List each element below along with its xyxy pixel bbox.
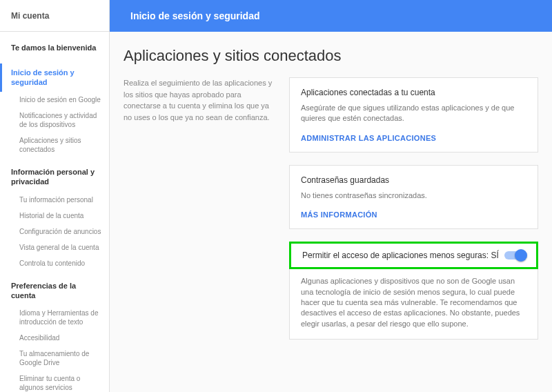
sidebar-sub-signin-google[interactable]: Inicio de sesión en Google (0, 92, 109, 108)
sidebar-sub-accessibility[interactable]: Accesibilidad (0, 330, 109, 346)
sidebar-sub-drive-storage[interactable]: Tu almacenamiento de Google Drive (0, 346, 109, 371)
card-passwords-text: No tienes contraseñas sincronizadas. (301, 190, 526, 201)
sidebar-sub-your-info[interactable]: Tu información personal (0, 192, 109, 208)
sidebar-item-welcome[interactable]: Te damos la bienvenida (0, 39, 109, 58)
sidebar-item-signin-security[interactable]: Inicio de sesión y seguridad (0, 63, 109, 92)
sidebar-sub-delete-account[interactable]: Eliminar tu cuenta o algunos servicios (0, 371, 109, 392)
sidebar-sub-device-activity[interactable]: Notificaciones y actividad de los dispos… (0, 108, 109, 133)
less-secure-toggle[interactable] (504, 251, 525, 259)
sidebar-sub-account-overview[interactable]: Vista general de la cuenta (0, 239, 109, 255)
sidebar: Mi cuenta Te damos la bienvenida Inicio … (0, 0, 110, 392)
card-connected-text: Asegúrate de que sigues utilizando estas… (301, 103, 526, 124)
card-passwords-title: Contraseñas guardadas (301, 175, 526, 185)
sidebar-sub-control-content[interactable]: Controla tu contenido (0, 255, 109, 271)
card-connected-title: Aplicaciones conectadas a tu cuenta (301, 88, 526, 97)
less-secure-toggle-row: Permitir el acceso de aplicaciones menos… (289, 242, 538, 269)
sidebar-sub-connected-apps[interactable]: Aplicaciones y sitios conectados (0, 133, 109, 157)
intro-column: Realiza el seguimiento de las aplicacion… (124, 77, 275, 340)
page-title: Aplicaciones y sitios conectados (124, 47, 538, 65)
manage-apps-link[interactable]: ADMINISTRAR LAS APLICACIONES (301, 134, 526, 142)
main: Inicio de sesión y seguridad Aplicacione… (110, 0, 552, 392)
page-header: Inicio de sesión y seguridad (110, 0, 552, 32)
cards-column: Aplicaciones conectadas a tu cuenta Aseg… (289, 77, 538, 340)
sidebar-sub-language[interactable]: Idioma y Herramientas de introducción de… (0, 305, 109, 330)
sidebar-item-personal-info[interactable]: Información personal y privacidad (0, 163, 109, 192)
account-title: Mi cuenta (0, 0, 109, 32)
less-secure-note: Algunas aplicaciones y dispositivos que … (301, 276, 526, 329)
sidebar-item-account-prefs[interactable]: Preferencias de la cuenta (0, 277, 109, 306)
less-secure-label: Permitir el acceso de aplicaciones menos… (302, 251, 499, 260)
card-saved-passwords: Contraseñas guardadas No tienes contrase… (289, 165, 538, 229)
card-less-secure: Permitir el acceso de aplicaciones menos… (289, 242, 538, 340)
card-connected-apps: Aplicaciones conectadas a tu cuenta Aseg… (289, 77, 538, 153)
main-body: Aplicaciones y sitios conectados Realiza… (110, 32, 552, 392)
intro-text: Realiza el seguimiento de las aplicacion… (124, 77, 275, 123)
more-info-link[interactable]: MÁS INFORMACIÓN (301, 210, 526, 219)
sidebar-sub-ads-settings[interactable]: Configuración de anuncios (0, 224, 109, 239)
toggle-knob (515, 249, 527, 262)
sidebar-sub-account-history[interactable]: Historial de la cuenta (0, 208, 109, 224)
sidebar-nav: Te damos la bienvenida Inicio de sesión … (0, 32, 109, 392)
